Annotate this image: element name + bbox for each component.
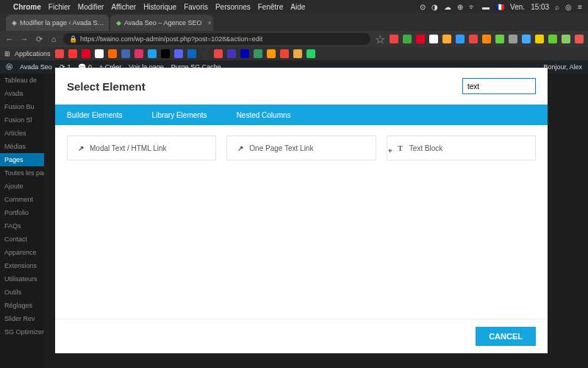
forward-icon[interactable]: →: [19, 34, 29, 44]
sidebar-item[interactable]: Tableau de: [0, 74, 44, 87]
sidebar-item[interactable]: Portfolio: [0, 206, 44, 219]
sidebar-item[interactable]: Apparence: [0, 246, 44, 259]
menu-item[interactable]: Aide: [290, 3, 305, 11]
bookmark-icon[interactable]: [201, 49, 209, 58]
bookmark-icon[interactable]: [55, 49, 64, 58]
reload-icon[interactable]: ⟳: [34, 34, 44, 44]
sidebar-item[interactable]: Avada: [0, 87, 44, 100]
sidebar-item[interactable]: Comment: [0, 193, 44, 206]
bookmark-icon[interactable]: [148, 49, 157, 58]
browser-tab[interactable]: ◆ Avada Seo – Agence SEO ×: [110, 15, 213, 31]
sidebar-item[interactable]: Utilisateurs: [0, 272, 44, 286]
extension-icon[interactable]: [429, 35, 438, 43]
wifi-icon: ᯤ: [469, 3, 476, 11]
extension-icon[interactable]: [456, 35, 465, 43]
sidebar-item[interactable]: Médias: [0, 140, 44, 153]
star-icon[interactable]: ☆: [375, 32, 385, 46]
menu-item[interactable]: Fichier: [49, 3, 71, 11]
modal-footer: CANCEL: [55, 319, 548, 353]
bookmark-icon[interactable]: [293, 49, 302, 58]
search-icon[interactable]: ⌕: [555, 3, 559, 11]
search-input[interactable]: [462, 78, 536, 94]
sidebar-item[interactable]: Toutes les pag: [0, 166, 44, 180]
browser-tab[interactable]: ◈ Modifier la page ‹ Avada S… ×: [6, 15, 109, 31]
modal-tabs: Builder Elements Library Elements Nested…: [55, 105, 548, 125]
extension-icon[interactable]: [535, 35, 544, 43]
status-icon: ☁: [444, 3, 451, 11]
sidebar-item[interactable]: Fusion Bu: [0, 100, 44, 113]
sidebar-item[interactable]: SG Optimizer: [0, 325, 44, 339]
extension-icon[interactable]: [522, 35, 531, 43]
tab-library-elements[interactable]: Library Elements: [152, 106, 207, 124]
menu-item[interactable]: Personnes: [215, 3, 251, 11]
app-name[interactable]: Chrome: [13, 3, 41, 11]
sidebar-item[interactable]: Ajoute: [0, 180, 44, 193]
extension-icon[interactable]: [509, 35, 517, 43]
extension-icon[interactable]: [562, 35, 570, 43]
bookmarks-label[interactable]: Applications: [15, 50, 51, 57]
extension-icon[interactable]: [548, 35, 557, 43]
clock-day: Ven.: [510, 3, 525, 11]
sidebar-item[interactable]: Articles: [0, 127, 44, 140]
menu-item[interactable]: Afficher: [111, 3, 136, 11]
browser-tabstrip: ◈ Modifier la page ‹ Avada S… × ◆ Avada …: [0, 13, 588, 31]
bookmark-icon[interactable]: [187, 49, 196, 58]
element-label: Modal Text / HTML Link: [90, 144, 166, 152]
bookmark-icon[interactable]: [121, 49, 130, 58]
tab-nested-columns[interactable]: Nested Columns: [237, 106, 291, 124]
bookmark-icon[interactable]: [267, 49, 276, 58]
apps-icon[interactable]: ⊞: [4, 50, 10, 57]
close-icon[interactable]: ×: [207, 19, 211, 26]
sidebar-item[interactable]: Pages: [0, 153, 44, 166]
battery-icon: ▬: [482, 3, 490, 11]
extensions-row: [390, 35, 584, 43]
tab-builder-elements[interactable]: Builder Elements: [67, 106, 123, 124]
extension-icon[interactable]: [469, 35, 478, 43]
bookmark-icon[interactable]: [68, 49, 77, 58]
extension-icon[interactable]: [442, 35, 451, 43]
siri-icon[interactable]: ◎: [565, 3, 572, 11]
extension-icon[interactable]: [416, 35, 425, 43]
extension-icon[interactable]: [575, 35, 584, 43]
sidebar-item[interactable]: Extensions: [0, 259, 44, 272]
extension-icon[interactable]: [482, 35, 491, 43]
link-icon: ↗: [76, 144, 85, 152]
sidebar-item[interactable]: Outils: [0, 286, 44, 299]
bookmark-icon[interactable]: [240, 49, 249, 58]
bookmark-icon[interactable]: [95, 49, 104, 58]
wp-logo-icon[interactable]: ⓦ: [6, 63, 12, 72]
sidebar-item[interactable]: FAQs: [0, 219, 44, 233]
extension-icon[interactable]: [403, 35, 412, 43]
extension-icon[interactable]: [495, 35, 504, 43]
element-modal-text-link[interactable]: ↗ Modal Text / HTML Link: [67, 135, 216, 160]
bookmark-icon[interactable]: [254, 49, 262, 58]
bookmark-icon[interactable]: [214, 49, 223, 58]
bookmark-icon[interactable]: [306, 49, 315, 58]
greeting[interactable]: Bonjour, Alex: [543, 63, 582, 71]
sidebar-item[interactable]: Contact: [0, 233, 44, 246]
bookmark-icon[interactable]: [161, 49, 170, 58]
extension-icon[interactable]: [390, 35, 398, 43]
cancel-button[interactable]: CANCEL: [476, 327, 536, 346]
back-icon[interactable]: ←: [4, 34, 15, 44]
text-icon: T: [396, 144, 405, 152]
element-text-block[interactable]: T Text Block: [387, 135, 536, 160]
menu-item[interactable]: Historique: [143, 3, 176, 11]
sidebar-item[interactable]: Réglages: [0, 299, 44, 312]
home-icon[interactable]: ⌂: [49, 34, 59, 44]
site-name[interactable]: Avada Seo: [20, 63, 52, 71]
bookmark-icon[interactable]: [108, 49, 117, 58]
menu-item[interactable]: Favoris: [184, 3, 208, 11]
sidebar-item[interactable]: Slider Rev: [0, 312, 44, 325]
bookmark-icon[interactable]: [174, 49, 183, 58]
element-one-page-text-link[interactable]: ↗ One Page Text Link: [226, 135, 376, 160]
bookmark-icon[interactable]: [280, 49, 289, 58]
menu-item[interactable]: Fenêtre: [258, 3, 283, 11]
bookmark-icon[interactable]: [135, 49, 143, 58]
bookmark-icon[interactable]: [227, 49, 236, 58]
menu-item[interactable]: Modifier: [78, 3, 104, 11]
bookmark-icon[interactable]: [82, 49, 90, 58]
address-bar[interactable]: 🔒 https://twaino.com/wp-admin/post.php?p…: [63, 33, 370, 45]
sidebar-item[interactable]: Fusion Sl: [0, 113, 44, 127]
menu-icon[interactable]: ≡: [578, 3, 582, 11]
